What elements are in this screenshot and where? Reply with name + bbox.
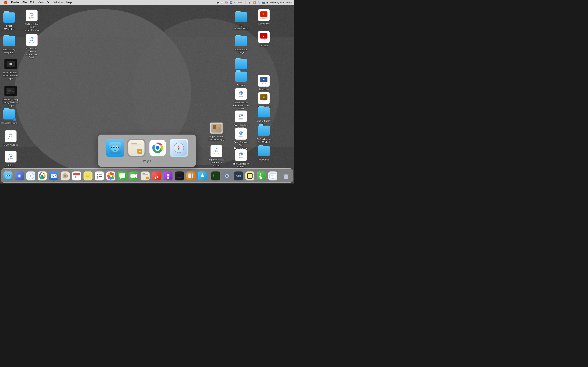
desktop-icon-art-stuff[interactable]: 🖌 art Art Stuff [256, 30, 272, 47]
dock-reminders[interactable] [94, 171, 105, 181]
icon-label-down-low: The down low on the low-...he Writer [233, 101, 249, 110]
desktop-icon-stuff-submit[interactable]: Stuff to Submit To! [256, 106, 272, 125]
wifi-icon[interactable]: 📶 [253, 1, 256, 4]
svg-text:18: 18 [75, 175, 78, 179]
dock-automator[interactable] [60, 171, 70, 181]
icon-label-puppet: Puppet Mouth Mechanism!.jpg [208, 135, 225, 141]
svg-rect-108 [272, 178, 274, 179]
icon-label-gooch: HowTheGoochStoleChristmas.mp4 [2, 71, 19, 80]
search-icon[interactable]: 🔍 [258, 1, 260, 4]
launcher-finder-icon[interactable] [106, 139, 124, 157]
icon-label-relocated: Relocated Items [1, 122, 17, 124]
desktop-icon-8year[interactable]: @ HTTP 8-Year-Old Writes "I Wond...oes V… [24, 33, 40, 59]
svg-rect-77 [152, 171, 161, 180]
volume-icon[interactable]: 🔊 [249, 1, 251, 4]
desktop-icon-relocated[interactable]: ↑ Relocated Items [1, 108, 17, 124]
icon-label-querytracker: QueryTracker | Find liter...atabase [233, 141, 249, 150]
desktop-icon-fanfiction[interactable]: ✒ HTTP Fanfiction [256, 74, 272, 91]
menu-file[interactable]: File [21, 0, 28, 5]
desktop-icon-puppet[interactable]: Puppet Mouth Mechanism!.jpg [208, 122, 225, 141]
desktop-icon-gooch[interactable]: HowTheGoochStoleChristmas.mp4 [2, 58, 19, 80]
dock-chrome[interactable] [37, 171, 48, 181]
launcher-safari-icon[interactable] [170, 139, 188, 157]
desktop-icon-recipes[interactable]: Recipes [233, 70, 249, 87]
svg-point-61 [97, 177, 98, 179]
svg-rect-49 [73, 174, 80, 175]
app-name[interactable]: Finder [10, 0, 20, 5]
dock-monodraw[interactable] [245, 171, 255, 181]
icon-label-art-stuff: Art Stuff [260, 44, 268, 47]
svg-rect-115 [285, 174, 287, 175]
svg-point-5 [116, 147, 117, 148]
dock-messages[interactable] [117, 171, 128, 181]
dock-books[interactable] [186, 171, 196, 181]
desktop-icon-fmn[interactable]: @ HTTP FMN, a list of films by LizBa...t… [24, 9, 40, 31]
desktop-icon-down-low[interactable]: @ HTTP The down low on the low-...he Wri… [233, 87, 249, 110]
dock-mail[interactable] [48, 171, 59, 181]
dock-tv[interactable] [174, 171, 185, 181]
dock-safari[interactable] [26, 171, 36, 181]
time-machine-icon[interactable]: 🕐 [221, 1, 224, 4]
menu-view[interactable]: View [36, 0, 45, 5]
svg-rect-82 [167, 176, 169, 179]
menu-help[interactable]: Help [65, 0, 73, 5]
desktop-icon-workouts[interactable]: Workouts! [256, 145, 272, 161]
play-icon[interactable]: ▶ [217, 1, 219, 4]
menu-go[interactable]: Go [45, 0, 52, 5]
accessibility-icon[interactable]: ♿ [230, 1, 233, 4]
svg-point-29 [19, 175, 20, 176]
dock-otr[interactable]: OTR [233, 171, 244, 181]
desktop-icon-potential-job[interactable]: Potential Job Things [233, 34, 249, 54]
desktop-icon-compaq[interactable]: HOME MIRACLES 1950 Compaq_Computers_Mash… [2, 84, 19, 107]
dock-notes[interactable] [83, 171, 93, 181]
svg-point-81 [167, 174, 169, 176]
battery-level[interactable]: 35% [238, 1, 242, 4]
flag-icon[interactable]: 🇺🇸 [225, 1, 228, 4]
dock-pages[interactable]: ✏ [140, 171, 150, 181]
svg-point-1 [111, 145, 119, 152]
launcher-active-label: Pages [143, 159, 151, 163]
launcher-chrome-icon[interactable] [148, 139, 167, 157]
cast-icon[interactable]: 📺 [262, 1, 265, 4]
svg-rect-105 [257, 171, 266, 180]
menu-window[interactable]: Window [52, 0, 64, 5]
svg-point-78 [155, 177, 156, 179]
icon-label-potential-job: Potential Job Things [233, 48, 249, 54]
desktop-icon-to-read[interactable]: TO READ/WATCH [233, 11, 249, 30]
dock-facetime[interactable] [129, 171, 139, 181]
svg-rect-52 [85, 174, 91, 178]
svg-rect-75 [130, 174, 135, 178]
desktop-icon-submission-grinder[interactable]: @ HTTP The Submission Grinder [233, 149, 249, 168]
dock-photos[interactable] [105, 171, 116, 181]
bluetooth-icon[interactable]: ⬡ [234, 1, 236, 4]
svg-point-24 [7, 175, 8, 176]
dock-screenium[interactable] [268, 171, 278, 181]
desktop-icon-stuff-buy[interactable]: Stuff to Maybe Buy Maybe? [256, 124, 272, 144]
menu-edit[interactable]: Edit [29, 0, 36, 5]
svg-point-45 [65, 175, 66, 176]
dock-podcasts[interactable] [163, 171, 173, 181]
dock-music[interactable] [151, 171, 162, 181]
siri-icon[interactable]: ◉ [267, 1, 268, 4]
launcher-pages-icon[interactable]: ✏ [127, 139, 146, 157]
desktop-icon-webcomics[interactable]: ✦ webcomic Webcomics [256, 8, 272, 25]
svg-point-57 [97, 174, 98, 175]
desktop-icon-querytracker[interactable]: @ HTTP QueryTracker | Find liter...ataba… [233, 127, 249, 150]
dock-finder[interactable] [3, 171, 13, 181]
icon-label-compaq: Compaq_Computers_Mash...-01.mp4 [2, 98, 19, 107]
dock-launchpad[interactable] [14, 171, 25, 181]
desktop-icon-i-got-married[interactable]: I GOT MARRIED [1, 11, 17, 31]
desktop-icon-muo[interactable]: @ HTTP MUO < Log In [2, 130, 19, 146]
svg-point-4 [113, 147, 114, 148]
svg-point-72 [110, 175, 112, 177]
desktop-icon-video-essay[interactable]: Video-Essay-Blog Stuff [1, 34, 17, 54]
desktop-icon-improv[interactable]: @ HTTP Improv Classes Toronto...y Toront… [208, 145, 225, 167]
dock-appstore[interactable] [197, 171, 208, 181]
dock-phone[interactable] [256, 171, 267, 181]
dock-scrivener[interactable]: S [222, 171, 232, 181]
dock-calendar[interactable]: 18 [71, 171, 82, 181]
dock-trash[interactable] [281, 171, 291, 181]
dock-iterm[interactable]: $_ [210, 171, 221, 181]
battery-icon: 🔋 [244, 1, 247, 4]
apple-menu[interactable]: 🍎 [2, 0, 9, 5]
